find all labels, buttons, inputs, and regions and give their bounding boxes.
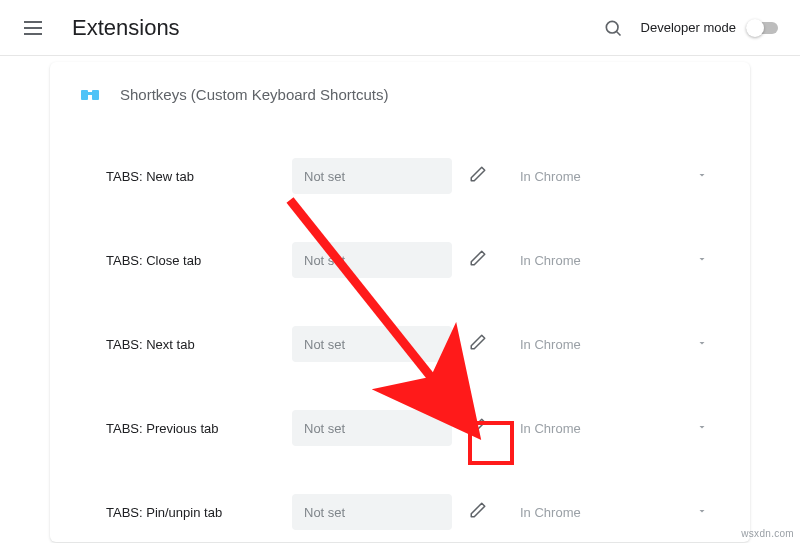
shortcut-label: TABS: Pin/unpin tab: [106, 505, 292, 520]
pencil-icon: [469, 417, 487, 439]
extension-icon: [78, 82, 102, 106]
shortcut-row: TABS: Pin/unpin tab Not set In Chrome: [78, 470, 722, 543]
caret-down-icon: [696, 253, 708, 268]
scope-value: In Chrome: [520, 253, 581, 268]
shortcut-label: TABS: Close tab: [106, 253, 292, 268]
extension-name: Shortkeys (Custom Keyboard Shortcuts): [120, 86, 388, 103]
shortcut-row: TABS: Next tab Not set In Chrome: [78, 302, 722, 386]
shortcut-label: TABS: Next tab: [106, 337, 292, 352]
menu-icon[interactable]: [24, 16, 48, 40]
developer-mode-toggle[interactable]: [746, 19, 780, 37]
shortcut-label: TABS: New tab: [106, 169, 292, 184]
watermark: wsxdn.com: [741, 528, 794, 539]
scope-value: In Chrome: [520, 505, 581, 520]
scope-select[interactable]: In Chrome: [506, 326, 722, 362]
pencil-icon: [469, 165, 487, 187]
shortcut-row: TABS: Previous tab Not set In Chrome: [78, 386, 722, 470]
edit-shortcut-button[interactable]: [458, 408, 498, 448]
scope-value: In Chrome: [520, 337, 581, 352]
search-icon[interactable]: [601, 16, 625, 40]
edit-shortcut-button[interactable]: [458, 324, 498, 364]
extension-card: Shortkeys (Custom Keyboard Shortcuts) TA…: [50, 62, 750, 542]
shortcut-input[interactable]: Not set: [292, 494, 452, 530]
edit-shortcut-button[interactable]: [458, 492, 498, 532]
extension-header: Shortkeys (Custom Keyboard Shortcuts): [78, 82, 722, 106]
svg-line-1: [616, 31, 620, 35]
shortcut-input[interactable]: Not set: [292, 326, 452, 362]
developer-mode-label: Developer mode: [641, 20, 736, 35]
caret-down-icon: [696, 337, 708, 352]
scope-select[interactable]: In Chrome: [506, 494, 722, 530]
edit-shortcut-button[interactable]: [458, 240, 498, 280]
scope-select[interactable]: In Chrome: [506, 158, 722, 194]
svg-rect-3: [92, 90, 99, 100]
page-title: Extensions: [72, 15, 601, 41]
scope-value: In Chrome: [520, 169, 581, 184]
scope-select[interactable]: In Chrome: [506, 242, 722, 278]
svg-point-0: [606, 21, 618, 33]
pencil-icon: [469, 333, 487, 355]
shortcut-input[interactable]: Not set: [292, 158, 452, 194]
svg-rect-2: [81, 90, 88, 100]
shortcut-input[interactable]: Not set: [292, 410, 452, 446]
pencil-icon: [469, 249, 487, 271]
svg-rect-4: [88, 92, 92, 95]
scope-value: In Chrome: [520, 421, 581, 436]
caret-down-icon: [696, 505, 708, 520]
caret-down-icon: [696, 421, 708, 436]
shortcut-row: TABS: Close tab Not set In Chrome: [78, 218, 722, 302]
top-bar: Extensions Developer mode: [0, 0, 800, 56]
shortcut-label: TABS: Previous tab: [106, 421, 292, 436]
edit-shortcut-button[interactable]: [458, 156, 498, 196]
shortcut-input[interactable]: Not set: [292, 242, 452, 278]
scope-select[interactable]: In Chrome: [506, 410, 722, 446]
shortcut-row: TABS: New tab Not set In Chrome: [78, 134, 722, 218]
pencil-icon: [469, 501, 487, 523]
caret-down-icon: [696, 169, 708, 184]
